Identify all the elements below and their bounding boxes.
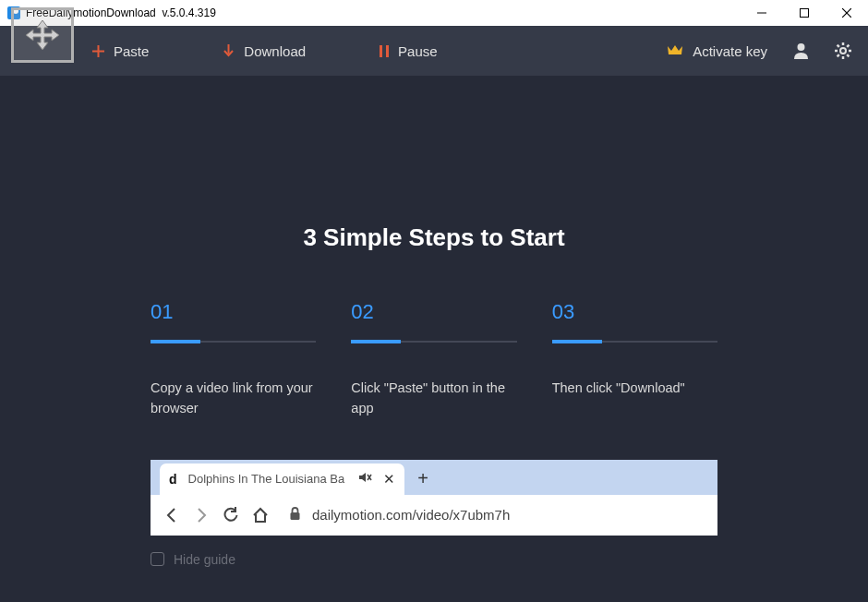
step-number: 01 [151, 300, 316, 324]
window-controls [741, 0, 868, 26]
svg-rect-21 [291, 512, 300, 520]
browser-tabstrip: d Dolphins In The Louisiana Ba ✕ + [151, 460, 717, 495]
new-tab-icon: + [408, 464, 438, 495]
titlebar-title: FreeDailymotionDownload v.5.0.4.319 [26, 6, 741, 19]
browser-address-bar: dailymotion.com/video/x7ubm7h [151, 495, 717, 536]
nav-forward-icon [193, 507, 210, 524]
tab-mute-icon [359, 472, 372, 486]
main-content: 3 Simple Steps to Start 01 Copy a video … [0, 76, 868, 567]
minimize-button[interactable] [741, 0, 783, 26]
activate-label: Activate key [693, 43, 767, 59]
titlebar: FreeDailymotionDownload v.5.0.4.319 [0, 0, 868, 26]
lock-icon [289, 507, 301, 524]
page-heading: 3 Simple Steps to Start [303, 223, 564, 252]
user-icon[interactable] [793, 42, 809, 59]
pause-button[interactable]: Pause [380, 43, 438, 59]
step-2: 02 Click "Paste" button in the app [351, 300, 516, 419]
steps-row: 01 Copy a video link from your browser 0… [151, 300, 717, 419]
svg-line-18 [847, 45, 849, 47]
browser-mockup: d Dolphins In The Louisiana Ba ✕ + [151, 460, 717, 536]
checkbox-icon [151, 552, 164, 566]
svg-point-9 [798, 43, 805, 51]
svg-rect-7 [380, 45, 382, 57]
crown-icon [667, 43, 683, 59]
maximize-button[interactable] [783, 0, 826, 26]
svg-line-16 [847, 54, 849, 56]
tab-close-icon: ✕ [383, 471, 395, 488]
browser-tab: d Dolphins In The Louisiana Ba ✕ [160, 464, 404, 495]
step-progress-line [151, 341, 316, 343]
plus-icon [92, 45, 104, 57]
step-3: 03 Then click "Download" [552, 300, 717, 419]
close-button[interactable] [826, 0, 868, 26]
step-text: Click "Paste" button in the app [351, 378, 516, 419]
tab-favicon: d [169, 472, 177, 487]
step-1: 01 Copy a video link from your browser [151, 300, 316, 419]
step-progress-line [552, 341, 717, 343]
step-number: 02 [351, 300, 516, 324]
nav-reload-icon [223, 507, 239, 524]
svg-rect-8 [386, 45, 389, 57]
activate-key-button[interactable]: Activate key [667, 43, 767, 59]
step-text: Copy a video link from your browser [151, 378, 316, 419]
pause-icon [380, 45, 389, 57]
download-label: Download [244, 43, 306, 59]
svg-rect-1 [801, 9, 809, 18]
toolbar: Paste Download Pause Activate key [0, 26, 868, 76]
tab-title: Dolphins In The Louisiana Ba [188, 472, 354, 486]
step-text: Then click "Download" [552, 378, 717, 398]
nav-back-icon [163, 507, 180, 524]
url-display: dailymotion.com/video/x7ubm7h [289, 507, 705, 524]
step-number: 03 [552, 300, 717, 324]
move-overlay-icon [11, 7, 74, 63]
svg-point-10 [840, 48, 846, 54]
svg-line-15 [838, 45, 839, 47]
download-button[interactable]: Download [223, 43, 306, 59]
url-text: dailymotion.com/video/x7ubm7h [312, 507, 510, 523]
hide-guide-label: Hide guide [174, 552, 235, 567]
settings-gear-icon[interactable] [835, 42, 851, 59]
paste-label: Paste [114, 43, 149, 59]
pause-label: Pause [398, 43, 438, 59]
svg-line-17 [838, 54, 839, 56]
nav-home-icon [252, 507, 269, 524]
download-arrow-icon [223, 44, 235, 57]
step-progress-line [351, 341, 516, 343]
paste-button[interactable]: Paste [92, 43, 149, 59]
hide-guide-checkbox[interactable]: Hide guide [151, 552, 717, 567]
